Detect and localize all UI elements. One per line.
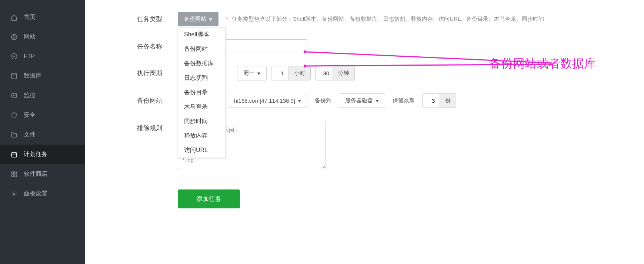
monitor-icon	[10, 92, 18, 99]
row-task-type: 任务类型 备份网站 ▾ Shell脚本 备份网站 备份数据库 日志切割 备份目录…	[137, 12, 592, 26]
label-task-name: 任务名称	[137, 39, 178, 51]
task-type-dropdown: Shell脚本 备份网站 备份数据库 日志切割 备份目录 木马查杀 同步时间 释…	[178, 27, 226, 158]
dropdown-item[interactable]: 备份数据库	[178, 56, 226, 71]
sidebar-item-label: 文件	[24, 131, 36, 139]
svg-rect-8	[15, 175, 17, 176]
sidebar-item-label: 计划任务	[24, 151, 47, 158]
svg-rect-4	[11, 152, 17, 157]
svg-rect-3	[11, 93, 17, 98]
sidebar-item-settings[interactable]: 面板设置	[0, 184, 85, 204]
hour-group: 小时	[271, 66, 311, 80]
hour-unit: 小时	[288, 66, 311, 80]
sidebar-item-website[interactable]: 网站	[0, 27, 85, 47]
label-cycle: 执行周期	[137, 66, 178, 77]
chevron-down-icon: ▾	[209, 16, 212, 23]
apps-icon	[10, 171, 18, 178]
calendar-icon	[10, 151, 18, 158]
sidebar-item-security[interactable]: 安全	[0, 105, 85, 125]
minute-group: 分钟	[315, 66, 355, 80]
svg-rect-6	[15, 172, 17, 174]
sidebar-item-label: 网站	[24, 33, 36, 41]
sidebar-item-label: 数据库	[24, 72, 41, 80]
keep-unit: 份	[440, 93, 456, 108]
weekday-value: 周一	[243, 70, 254, 77]
svg-line-10	[307, 52, 552, 63]
sidebar-item-ftp[interactable]: FTP	[0, 47, 85, 66]
chevron-down-icon: ▾	[257, 70, 260, 77]
task-type-dropdown-wrapper: 备份网站 ▾ Shell脚本 备份网站 备份数据库 日志切割 备份目录 木马查杀…	[178, 12, 218, 26]
shield-icon	[10, 112, 18, 119]
sidebar-item-label: FTP	[24, 53, 35, 60]
sidebar-item-files[interactable]: 文件	[0, 125, 85, 145]
submit-button[interactable]: 添加任务	[178, 189, 240, 208]
sidebar-item-database[interactable]: 数据库	[0, 66, 85, 86]
dropdown-item[interactable]: 同步时间	[178, 114, 226, 129]
keep-latest-label: 保留最新	[393, 97, 415, 104]
chevron-down-icon: ▾	[298, 98, 301, 104]
backup-dest-select[interactable]: 服务器磁盘 ▾	[339, 93, 385, 108]
svg-rect-5	[11, 172, 13, 174]
main-content: 任务类型 备份网站 ▾ Shell脚本 备份网站 备份数据库 日志切割 备份目录…	[85, 0, 644, 264]
sidebar-item-monitor[interactable]: 监控	[0, 86, 85, 105]
label-task-type: 任务类型	[137, 12, 178, 23]
folder-icon	[10, 131, 18, 139]
sidebar: 首页 网站 FTP 数据库 监控 安全 文件 计划任务	[0, 0, 85, 264]
backup-to-label: 备份到	[315, 97, 331, 104]
sidebar-item-cron[interactable]: 计划任务	[0, 145, 85, 164]
sidebar-item-label: 软件商店	[24, 170, 47, 178]
dropdown-item[interactable]: 释放内存	[178, 129, 226, 143]
dropdown-item[interactable]: 木马查杀	[178, 100, 226, 114]
svg-point-2	[11, 73, 17, 75]
dropdown-item[interactable]: Shell脚本	[178, 27, 226, 42]
task-type-note: * 任务类型包含以下部分：Shell脚本、备份网站、备份数据库、日志切割、释放内…	[226, 16, 544, 23]
database-icon	[10, 72, 18, 80]
home-icon	[10, 14, 18, 21]
chevron-down-icon: ▾	[376, 98, 379, 104]
sidebar-item-label: 监控	[24, 92, 36, 99]
sidebar-item-label: 首页	[24, 13, 36, 21]
sidebar-item-label: 面板设置	[24, 190, 47, 198]
label-backup-site: 备份网站	[137, 93, 178, 105]
keep-group: 份	[422, 93, 456, 108]
label-exclude: 排除规则	[137, 121, 178, 132]
dropdown-item[interactable]: 备份目录	[178, 85, 226, 100]
required-star: *	[226, 16, 228, 22]
dropdown-item[interactable]: 访问URL	[178, 143, 226, 158]
dropdown-item[interactable]: 日志切割	[178, 71, 226, 85]
task-type-note-text: 任务类型包含以下部分：Shell脚本、备份网站、备份数据库、日志切割、释放内存、…	[232, 16, 544, 22]
backup-site-value: hi168.com[47.114.136.9]	[234, 98, 295, 104]
backup-dest-value: 服务器磁盘	[345, 97, 373, 104]
sidebar-item-softstore[interactable]: 软件商店	[0, 164, 85, 184]
globe-icon	[10, 33, 18, 41]
weekday-select[interactable]: 周一 ▾	[237, 66, 267, 80]
sidebar-item-home[interactable]: 首页	[0, 7, 85, 27]
minute-unit: 分钟	[333, 66, 355, 80]
sidebar-item-label: 安全	[24, 111, 36, 119]
task-type-select[interactable]: 备份网站 ▾	[178, 12, 218, 26]
dropdown-item[interactable]: 备份网站	[178, 42, 226, 56]
ftp-icon	[10, 53, 18, 60]
svg-rect-7	[11, 175, 13, 176]
gear-icon	[10, 190, 18, 198]
svg-point-9	[13, 193, 15, 195]
backup-site-select[interactable]: hi168.com[47.114.136.9] ▾	[228, 94, 307, 108]
task-type-value: 备份网站	[184, 16, 206, 23]
